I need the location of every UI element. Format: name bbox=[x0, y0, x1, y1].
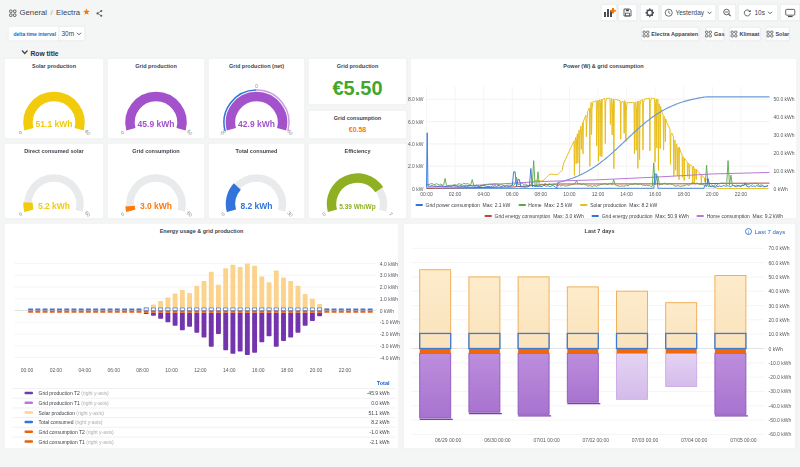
svg-text:-4.0 kWh: -4.0 kWh bbox=[380, 355, 400, 361]
svg-text:06:00: 06:00 bbox=[506, 191, 519, 197]
svg-text:07/03 00:00: 07/03 00:00 bbox=[632, 437, 659, 443]
svg-text:07/01 00:00: 07/01 00:00 bbox=[533, 437, 560, 443]
svg-text:60.0 kWh: 60.0 kWh bbox=[769, 260, 790, 266]
svg-text:60: 60 bbox=[84, 210, 92, 218]
svg-text:2.0 kW: 2.0 kW bbox=[408, 163, 424, 169]
svg-text:50.0 kWh: 50.0 kWh bbox=[769, 274, 790, 280]
svg-text:0: 0 bbox=[119, 129, 125, 135]
svg-text:-2.0 kWh: -2.0 kWh bbox=[380, 331, 400, 337]
svg-text:0: 0 bbox=[17, 210, 23, 216]
svg-text:0: 0 bbox=[119, 210, 125, 216]
svg-text:Grid consumption T2 (right y-a: Grid consumption T2 (right y-axis) bbox=[39, 429, 115, 435]
svg-text:6.0 kW: 6.0 kW bbox=[408, 119, 424, 125]
svg-text:20:00: 20:00 bbox=[310, 367, 323, 373]
svg-text:02:00: 02:00 bbox=[449, 191, 462, 197]
svg-text:04:00: 04:00 bbox=[477, 191, 490, 197]
svg-text:8.2 kWh: 8.2 kWh bbox=[240, 201, 272, 211]
svg-text:0 kWh: 0 kWh bbox=[774, 186, 788, 192]
svg-text:16:00: 16:00 bbox=[252, 367, 265, 373]
svg-text:14:00: 14:00 bbox=[620, 191, 633, 197]
svg-text:14:00: 14:00 bbox=[223, 367, 236, 373]
svg-text:2.0 kWh: 2.0 kWh bbox=[380, 284, 399, 290]
svg-text:Row title: Row title bbox=[31, 50, 59, 57]
svg-text:06:00: 06:00 bbox=[107, 367, 120, 373]
svg-text:-40.0 kWh: -40.0 kWh bbox=[769, 403, 792, 409]
svg-text:-50: -50 bbox=[218, 127, 228, 137]
svg-text:12:00: 12:00 bbox=[194, 367, 207, 373]
svg-text:1.0 kWh: 1.0 kWh bbox=[380, 296, 399, 302]
svg-text:10:00: 10:00 bbox=[563, 191, 576, 197]
svg-text:07/02 00:00: 07/02 00:00 bbox=[583, 437, 610, 443]
svg-text:22:00: 22:00 bbox=[735, 191, 748, 197]
svg-text:50: 50 bbox=[286, 128, 294, 136]
svg-text:0.0 kWh: 0.0 kWh bbox=[371, 400, 390, 406]
svg-text:12:00: 12:00 bbox=[592, 191, 605, 197]
svg-text:08:00: 08:00 bbox=[136, 367, 149, 373]
svg-text:30.0 kWh: 30.0 kWh bbox=[769, 303, 790, 309]
svg-text:Total: Total bbox=[377, 380, 390, 386]
svg-text:/: / bbox=[51, 8, 54, 17]
svg-text:5.2 kWh: 5.2 kWh bbox=[38, 201, 70, 211]
svg-text:30.0 kWh: 30.0 kWh bbox=[774, 132, 795, 138]
svg-text:4.0 kW: 4.0 kW bbox=[408, 141, 424, 147]
svg-text:7: 7 bbox=[388, 211, 394, 217]
svg-text:51.1 kWh: 51.1 kWh bbox=[36, 119, 73, 129]
svg-text:50: 50 bbox=[186, 128, 194, 136]
svg-text:Grid production T1 (right y-ax: Grid production T1 (right y-axis) bbox=[39, 400, 110, 406]
svg-text:18:00: 18:00 bbox=[281, 367, 294, 373]
svg-text:10:00: 10:00 bbox=[165, 367, 178, 373]
svg-text:42.9 kWh: 42.9 kWh bbox=[238, 119, 275, 129]
svg-text:00:00: 00:00 bbox=[420, 191, 433, 197]
svg-text:8.0 kW: 8.0 kW bbox=[408, 96, 424, 102]
svg-text:51.1 kWh: 51.1 kWh bbox=[368, 410, 389, 416]
svg-text:5.39 Wh/Wp: 5.39 Wh/Wp bbox=[339, 203, 376, 211]
svg-text:10.0 kWh: 10.0 kWh bbox=[769, 331, 790, 337]
svg-text:30: 30 bbox=[286, 210, 294, 218]
svg-text:07/05 00:00: 07/05 00:00 bbox=[730, 437, 757, 443]
svg-text:Electra: Electra bbox=[56, 8, 81, 17]
svg-text:20:00: 20:00 bbox=[706, 191, 719, 197]
svg-text:General: General bbox=[20, 8, 48, 17]
svg-text:Grid consumption T1 (right y-a: Grid consumption T1 (right y-axis) bbox=[39, 439, 115, 445]
svg-text:-30.0 kWh: -30.0 kWh bbox=[769, 388, 792, 394]
svg-text:40.0 kWh: 40.0 kWh bbox=[774, 114, 795, 120]
svg-text:-10.0 kWh: -10.0 kWh bbox=[769, 360, 792, 366]
svg-text:16:00: 16:00 bbox=[649, 191, 662, 197]
svg-text:18:00: 18:00 bbox=[677, 191, 690, 197]
svg-text:Last 7 days: Last 7 days bbox=[755, 229, 786, 235]
svg-text:-20.0 kWh: -20.0 kWh bbox=[769, 374, 792, 380]
svg-text:3.0 kWh: 3.0 kWh bbox=[140, 201, 172, 211]
svg-text:07/04 00:00: 07/04 00:00 bbox=[681, 437, 708, 443]
svg-text:Grid production T2 (right y-ax: Grid production T2 (right y-axis) bbox=[39, 390, 110, 396]
svg-text:45.9 kWh: 45.9 kWh bbox=[138, 119, 175, 129]
svg-text:22:00: 22:00 bbox=[339, 367, 352, 373]
svg-text:20.0 kWh: 20.0 kWh bbox=[774, 150, 795, 156]
svg-text:-1.0 kWh: -1.0 kWh bbox=[380, 319, 400, 325]
svg-text:00:00: 00:00 bbox=[21, 367, 34, 373]
svg-text:0 kWh: 0 kWh bbox=[380, 308, 394, 314]
svg-text:0 kWh: 0 kWh bbox=[769, 346, 783, 352]
svg-text:70.0 kWh: 70.0 kWh bbox=[769, 245, 790, 251]
svg-text:60: 60 bbox=[186, 210, 194, 218]
svg-text:4.0 kWh: 4.0 kWh bbox=[380, 261, 399, 267]
svg-text:10.0 kWh: 10.0 kWh bbox=[774, 168, 795, 174]
svg-text:02:00: 02:00 bbox=[50, 367, 63, 373]
svg-text:-60.0 kWh: -60.0 kWh bbox=[769, 431, 792, 437]
svg-text:60: 60 bbox=[84, 128, 92, 136]
svg-text:0: 0 bbox=[220, 210, 226, 216]
svg-text:Total consumed (right y-axis): Total consumed (right y-axis) bbox=[39, 419, 103, 425]
svg-text:0: 0 bbox=[321, 210, 327, 216]
svg-text:-45.9 kWh: -45.9 kWh bbox=[367, 390, 390, 396]
svg-text:40.0 kWh: 40.0 kWh bbox=[769, 288, 790, 294]
svg-text:06/29 00:00: 06/29 00:00 bbox=[435, 437, 462, 443]
svg-text:-50.0 kWh: -50.0 kWh bbox=[769, 417, 792, 423]
svg-text:Solar production (right y-axis: Solar production (right y-axis) bbox=[39, 410, 105, 416]
svg-text:08:00: 08:00 bbox=[535, 191, 548, 197]
svg-text:8.2 kWh: 8.2 kWh bbox=[371, 419, 390, 425]
svg-text:20.0 kWh: 20.0 kWh bbox=[769, 317, 790, 323]
svg-text:04:00: 04:00 bbox=[79, 367, 92, 373]
svg-text:0: 0 bbox=[255, 84, 258, 89]
svg-text:-3.0 kWh: -3.0 kWh bbox=[380, 343, 400, 349]
svg-text:-2.1 kWh: -2.1 kWh bbox=[369, 439, 389, 445]
svg-text:06/30 00:00: 06/30 00:00 bbox=[484, 437, 511, 443]
